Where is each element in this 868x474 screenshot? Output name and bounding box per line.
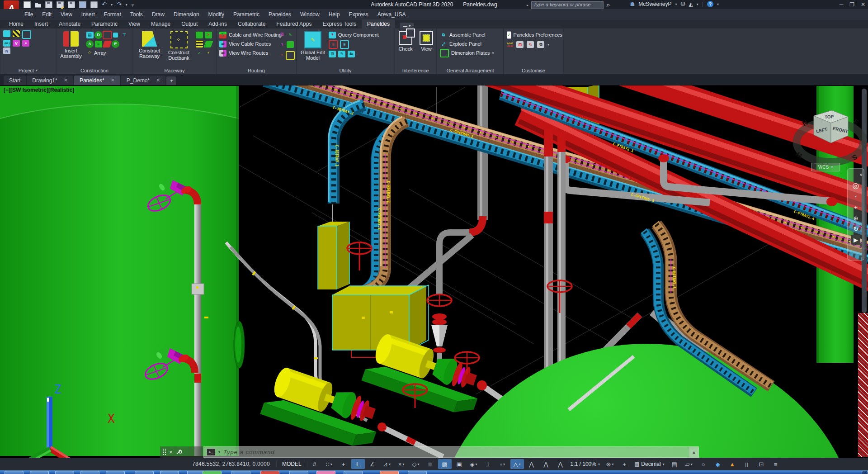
assembly-a-icon[interactable]: A — [86, 40, 94, 48]
drawing-tab[interactable]: Start — [4, 76, 26, 85]
interference-check-button[interactable]: Check — [397, 30, 414, 66]
navigation-bar[interactable]: × ◎ ▾ + ⊕ ↻ ▶ — [847, 168, 864, 261]
navisworks-icon[interactable]: N — [3, 47, 10, 54]
new-file-icon[interactable] — [24, 1, 31, 8]
ribbon-tab[interactable]: Home — [4, 19, 29, 28]
menu-item[interactable]: File — [20, 11, 38, 18]
menu-item[interactable]: Modify — [204, 11, 229, 18]
transparency-icon[interactable]: ▨ — [438, 459, 452, 469]
assemble-panel-button[interactable]: ⧉ Assemble Panel — [440, 30, 500, 39]
add-schedule-icon[interactable]: ⊞ — [516, 41, 524, 48]
sheet-icon[interactable] — [22, 30, 31, 39]
prj-file-icon[interactable]: .PRJ — [3, 40, 10, 47]
delete-tray-icon[interactable]: ✕ — [205, 32, 212, 38]
junction-box-tall[interactable] — [318, 222, 349, 289]
dynamic-input-icon[interactable]: + — [337, 459, 350, 469]
customize-qat-icon[interactable]: ╤ — [132, 3, 134, 7]
edit-table-icon[interactable]: ✎ — [338, 51, 345, 57]
cabinet-icon[interactable]: ▤ — [86, 32, 94, 38]
edit-tray-icon[interactable]: ✎ — [287, 31, 294, 38]
dynamic-ucs-icon[interactable]: ⊥ — [481, 459, 495, 469]
construct-ductbank-button[interactable]: ⁘ Construct Ductbank — [165, 30, 192, 66]
screw-icon[interactable]: ⊤ — [121, 32, 128, 38]
coordinates-display[interactable]: 7846.5532, 2763.8410, 0.0000 — [0, 461, 276, 467]
selection-cycling-icon[interactable]: ▣ — [453, 459, 466, 469]
ribbon-tab[interactable]: Insert — [29, 19, 53, 28]
close-command-line-icon[interactable]: × — [169, 449, 173, 455]
ribbon-tab[interactable]: View — [123, 19, 146, 28]
menu-item[interactable]: Help — [324, 11, 344, 18]
lineweight-icon[interactable]: ≣ — [424, 459, 437, 469]
paper-icon[interactable]: ▯ — [740, 459, 754, 469]
workspace-settings-icon[interactable]: ⊛▾ — [603, 459, 617, 469]
isolate-objects-icon[interactable]: ○ — [697, 459, 710, 469]
wire-tag-icon[interactable] — [286, 51, 295, 60]
ortho-icon[interactable]: L — [351, 459, 365, 469]
menu-item[interactable]: Tools — [126, 11, 147, 18]
project-setup-icon[interactable] — [13, 30, 20, 37]
drawing-tab[interactable]: P_Demo* ✕ — [121, 76, 166, 85]
new-drawing-tab-button[interactable]: + — [166, 76, 176, 85]
grid-icon[interactable]: # — [308, 459, 321, 469]
gizmo-icon[interactable]: △▾ — [510, 459, 524, 469]
customization-menu-icon[interactable]: ≡ — [769, 459, 783, 469]
construct-raceway-button[interactable]: Construct Raceway — [136, 30, 163, 66]
remove-wire-icon[interactable]: ⌁ — [278, 51, 286, 58]
distribution-icon[interactable]: D — [94, 31, 102, 39]
print-icon[interactable] — [90, 1, 98, 8]
insert-assembly-button[interactable]: Insert Assembly — [59, 30, 83, 66]
autoscale-icon[interactable]: ⋀ — [539, 459, 553, 469]
show-desktop-button[interactable] — [862, 471, 868, 474]
menu-item[interactable]: Format — [99, 11, 126, 18]
crosshair-icon[interactable]: + — [618, 459, 631, 469]
isometric-drafting-icon[interactable]: ⊿▾ — [380, 459, 394, 469]
ribbon-tab[interactable]: Annotate — [53, 19, 86, 28]
undo-dropdown-icon[interactable]: ▾ — [111, 3, 113, 7]
quick-properties-icon[interactable]: ▱▾ — [682, 459, 696, 469]
workspace-icon[interactable] — [3, 30, 10, 37]
close-button[interactable]: ✕ — [861, 1, 865, 8]
command-input[interactable]: >_ ▾ Type a command ▲ — [203, 446, 699, 458]
search-expand-icon[interactable]: ▸ — [527, 3, 528, 7]
object-snap-tracking-icon[interactable]: ×▾ — [395, 459, 408, 469]
list-import-icon[interactable]: ≣ — [340, 40, 349, 49]
menu-item[interactable]: Areva_USA — [373, 11, 410, 18]
annotation-visibility-icon[interactable]: ⋀ — [525, 459, 538, 469]
menu-item[interactable]: Draw — [147, 11, 169, 18]
menu-item[interactable]: Insert — [77, 11, 99, 18]
query-wire-icon[interactable]: ? — [278, 41, 286, 48]
command-line-grip[interactable]: × — [160, 446, 203, 458]
menu-item[interactable]: Edit — [38, 11, 56, 18]
redo-dropdown-icon[interactable]: ▾ — [126, 3, 127, 7]
validate-route-icon[interactable]: ✓ — [196, 50, 203, 57]
drawing-tab[interactable]: Paneldes* ✕ — [74, 76, 120, 85]
minimize-button[interactable]: ─ — [840, 1, 844, 8]
tray-layers-icon[interactable]: ⚡ — [205, 50, 212, 57]
clean-screen-icon[interactable]: ⊡ — [755, 459, 768, 469]
dimension-plates-button[interactable]: Dimension Plates▾ — [440, 48, 500, 57]
chevron-down-icon[interactable]: ▾ — [855, 191, 857, 201]
units-button[interactable]: ▤ Decimal▾ — [632, 461, 667, 467]
restore-button[interactable]: ❐ — [849, 1, 854, 8]
ribbon-display-toggle-icon[interactable]: ▬ ▾ — [400, 23, 414, 28]
array-icon[interactable]: ⁘ — [86, 50, 94, 57]
copy-layout-icon[interactable]: ⧉ — [537, 41, 544, 48]
explode-panel-button[interactable]: ⤢ Explode Panel — [440, 39, 500, 48]
annotation-monitor-icon[interactable]: ⋀ — [554, 459, 567, 469]
object-snap-icon[interactable]: ◇▾ — [409, 459, 423, 469]
ribbon-tab[interactable]: Output — [176, 19, 203, 28]
tray-fitting-icon[interactable] — [196, 41, 203, 47]
annotation-warning-icon[interactable]: ▲ — [726, 459, 739, 469]
storage-tank[interactable] — [0, 86, 245, 456]
locked-wire-icon[interactable]: ⚿ — [278, 31, 286, 38]
close-tab-icon[interactable]: ✕ — [111, 77, 115, 83]
ribbon-tab[interactable]: Featured Apps — [271, 19, 317, 28]
polar-tracking-icon[interactable]: ∠ — [366, 459, 379, 469]
tray-slope-icon[interactable] — [203, 41, 213, 47]
tray-segment-icon[interactable] — [196, 32, 203, 38]
validate-icon[interactable]: V — [13, 40, 20, 47]
menu-item[interactable]: Parametric — [229, 11, 264, 18]
edit-schedule-icon[interactable]: ✎ — [527, 41, 534, 48]
ribbon-tab[interactable]: Express Tools — [317, 19, 361, 28]
sync-table-icon[interactable]: ⇆ — [348, 51, 355, 57]
